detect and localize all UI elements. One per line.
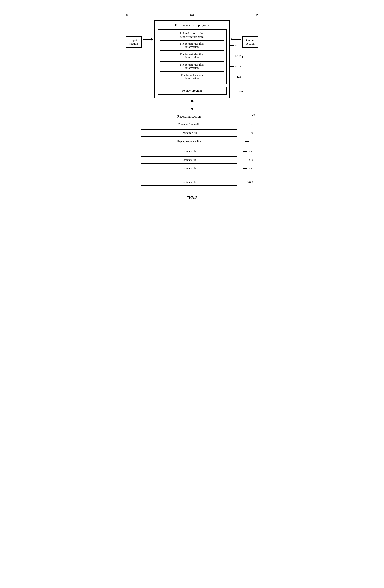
- bi-arrow: [192, 100, 192, 110]
- contents-file-L-wrapper: 144-L Contents file: [141, 179, 237, 186]
- ref-143: 143: [245, 140, 254, 143]
- input-section-box: Input section: [126, 36, 142, 48]
- ref-28: 28: [248, 113, 255, 116]
- file-mgmt-title: File management program: [157, 23, 227, 27]
- recording-section-title: Recording section: [141, 115, 237, 119]
- diagram-container: 26 Input section 101 File management pro…: [126, 20, 258, 200]
- replay-program-wrapper: 112 Replay program: [157, 86, 227, 95]
- file-format-version: File format version information: [160, 72, 224, 82]
- ffv-wrapper: 122 File format version information: [160, 72, 224, 82]
- related-info-outer: Related information read/write program 1…: [157, 29, 227, 84]
- related-info-title: Related information read/write program: [160, 32, 224, 39]
- file-mgmt-outer: File management program 111 Related info…: [154, 20, 230, 98]
- input-section-label: Input section: [129, 39, 138, 45]
- contents-file-1: Contents file: [141, 148, 237, 155]
- fig-label: FIG.2: [126, 195, 258, 200]
- page: 26 Input section 101 File management pro…: [122, 4, 262, 212]
- contents-file-2-wrapper: 144-2 Contents file: [141, 156, 237, 164]
- file-format-id-2: File format identifier information: [160, 51, 224, 61]
- ref-144-1: 144-1: [243, 150, 253, 153]
- group-tree-wrapper: 142 Group tree file: [141, 129, 237, 137]
- arrow-up-head: [191, 99, 193, 102]
- ref-121-3: 121-3: [230, 65, 241, 68]
- file-format-id-3: File format identifier information: [160, 61, 224, 72]
- ref-144-2: 144-2: [243, 158, 253, 162]
- contents-file-2: Contents file: [141, 156, 237, 164]
- ref-121-2: 121-2: [230, 54, 241, 58]
- top-section: 26 Input section 101 File management pro…: [126, 20, 258, 98]
- contents-file-L: Contents file: [141, 179, 237, 186]
- replay-sequence-file: Replay sequence file: [141, 138, 237, 145]
- ref-122: 122: [232, 75, 241, 79]
- contents-fringe-wrapper: 141 Contents fringe file: [141, 121, 237, 128]
- output-section-wrapper: 27 Output section: [242, 20, 258, 48]
- dots-separator: . .: [141, 173, 237, 177]
- ffi3-wrapper: 121-3 File format identifier information: [160, 61, 224, 72]
- contents-fringe-file: Contents fringe file: [141, 121, 237, 128]
- replay-sequence-wrapper: 143 Replay sequence file: [141, 138, 237, 145]
- ref-144-3: 144-3: [243, 167, 253, 170]
- recording-section-container: 28 Recording section 141 Contents fringe…: [138, 112, 240, 189]
- ref-142: 142: [245, 131, 254, 135]
- ref-112: 112: [234, 89, 243, 92]
- ffi2-wrapper: 121-2 File format identifier information: [160, 51, 224, 61]
- arrow-down-head: [191, 108, 193, 110]
- output-section-box: Output section: [242, 36, 258, 48]
- file-format-id-1: File format identifier information: [160, 40, 224, 51]
- contents-file-3: Contents file: [141, 165, 237, 172]
- bi-arrow-wrapper: [126, 100, 258, 110]
- arrow-filemgmt-to-output: [231, 38, 241, 41]
- contents-file-1-wrapper: 144-1 Contents file: [141, 148, 237, 155]
- ref-144-L: 144-L: [243, 181, 254, 184]
- replay-program-box: Replay program: [157, 86, 227, 95]
- contents-file-3-wrapper: 144-3 Contents file: [141, 165, 237, 172]
- ffi1-wrapper: 121-1 File format identifier information: [160, 40, 224, 51]
- arrow-input-to-filemgmt: [143, 38, 153, 41]
- related-info-wrapper: 111 Related information read/write progr…: [157, 29, 227, 84]
- ref-101: 101: [190, 14, 194, 17]
- ref-26: 26: [126, 14, 129, 17]
- recording-section-outer: Recording section 141 Contents fringe fi…: [138, 112, 240, 189]
- ref-121-1: 121-1: [230, 44, 241, 47]
- ref-141: 141: [245, 123, 254, 126]
- output-section-label: Output section: [246, 39, 255, 45]
- group-tree-file: Group tree file: [141, 129, 237, 137]
- ref-27: 27: [256, 14, 258, 17]
